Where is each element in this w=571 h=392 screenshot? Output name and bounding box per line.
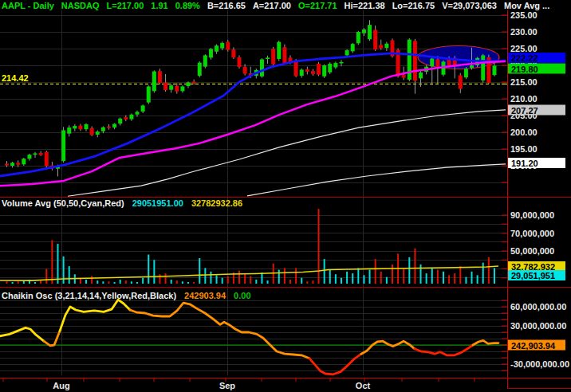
volume-bar <box>136 282 138 284</box>
volume-bar <box>329 270 331 284</box>
chaikin-title-field: 0.00 <box>234 291 250 300</box>
volume-bar <box>142 278 144 284</box>
candle-body <box>305 69 309 72</box>
alert-price-label: 214.42 <box>2 73 29 83</box>
chart-canvas[interactable]: 214.42235.00230.00225.00220.00215.00210.… <box>0 0 571 392</box>
volume-bar <box>459 266 461 284</box>
candle-body <box>90 128 94 135</box>
price-axis-label: 215.00 <box>510 77 538 87</box>
quote-field: AAPL - Daily <box>2 1 54 10</box>
volume-axis-label: 90,000,000 <box>510 210 554 220</box>
quote-field: V=29,073,063 <box>442 1 497 10</box>
candle-body <box>470 65 474 68</box>
candle-body <box>339 62 343 64</box>
candle-body <box>231 49 235 57</box>
volume-bar <box>187 282 189 284</box>
candle-body <box>203 55 207 66</box>
volume-bar <box>494 268 495 284</box>
volume-bar <box>34 282 36 284</box>
volume-bar <box>57 244 58 284</box>
candle-body <box>101 127 105 131</box>
volume-bar <box>357 268 359 284</box>
candle-body <box>294 61 298 76</box>
candle-body <box>402 75 406 77</box>
candle-body <box>379 45 383 48</box>
volume-bar <box>216 275 218 284</box>
candle-body <box>419 73 423 79</box>
candle-body <box>481 55 485 80</box>
volume-panel-title: Volume Avg (50,50,Cyan,Red)29051951.0032… <box>2 198 250 208</box>
volume-bar <box>108 281 109 284</box>
candle-body <box>163 82 167 90</box>
candle-body <box>384 44 388 48</box>
chaikin-title-field: Chaikin Osc (3,21,14,14,Yellow,Red,Black… <box>2 291 176 300</box>
quote-field: Mov Avg ... <box>504 1 549 10</box>
candle-body <box>198 63 202 76</box>
candle-body <box>45 152 49 167</box>
candle-body <box>209 49 213 57</box>
volume-axis-label: 50,000,000 <box>510 246 554 256</box>
candle-body <box>464 69 468 77</box>
volume-bar <box>250 276 251 284</box>
volume-bar <box>408 257 410 284</box>
candle-body <box>322 65 326 76</box>
volume-bar <box>159 274 160 284</box>
volume-bar <box>176 280 178 284</box>
candle-body <box>243 67 247 74</box>
volume-bar <box>63 257 65 284</box>
candle-body <box>27 155 31 159</box>
volume-title-field: 29051951.00 <box>132 198 183 208</box>
chaikin-oscillator-line <box>0 327 44 341</box>
price-axis-label: 235.00 <box>510 10 538 20</box>
candle-body <box>408 40 412 80</box>
quote-field: O=217.71 <box>298 1 337 10</box>
volume-bar <box>318 209 320 284</box>
candle-body <box>351 44 355 51</box>
candle-body <box>271 49 275 64</box>
candle-body <box>430 59 434 67</box>
volume-bar <box>471 272 473 284</box>
volume-bar <box>51 241 53 284</box>
volume-title-field: Volume Avg (50,50,Cyan,Red) <box>2 198 124 208</box>
volume-bar <box>295 268 297 284</box>
volume-bar <box>437 270 439 284</box>
volume-bar <box>488 257 490 284</box>
volume-bar <box>6 281 8 284</box>
candle-body <box>373 29 377 49</box>
volume-badge-value: 29,051,951 <box>511 271 555 280</box>
volume-bar <box>482 263 484 284</box>
candle-body <box>187 82 191 86</box>
candle-body <box>413 41 417 80</box>
candle-body <box>124 117 128 120</box>
candle-body <box>317 64 321 75</box>
candle-body <box>175 86 179 92</box>
price-axis-label: 210.00 <box>510 94 538 104</box>
volume-bar <box>431 268 433 284</box>
quote-field: L=217.00 <box>106 1 144 10</box>
candle-body <box>67 127 71 134</box>
price-badge-value: 219.80 <box>511 65 538 74</box>
chaikin-axis-label: 30,000,000.00 <box>510 321 566 331</box>
volume-bar <box>420 265 422 284</box>
volume-bar <box>91 276 93 284</box>
candle-body <box>73 126 77 128</box>
chaikin-axis-label: 60,000,000.00 <box>510 302 566 312</box>
quote-header: AAPL - DailyNASDAQL=217.001.910.89%B=216… <box>2 1 557 11</box>
quote-field: 0.89% <box>175 1 200 10</box>
price-badge-value: 222.22 <box>511 53 538 63</box>
candle-body <box>226 42 230 50</box>
chaikin-axis-label: -30,000,000.00 <box>510 359 569 369</box>
volume-bar <box>324 259 325 284</box>
volume-bar <box>96 280 98 284</box>
volume-bar <box>477 275 478 284</box>
volume-bar <box>102 281 104 284</box>
candle-body <box>311 71 315 74</box>
volume-bar <box>45 269 47 284</box>
quote-field: 1.91 <box>151 1 167 10</box>
candle-body <box>152 72 156 92</box>
candle-body <box>141 105 145 112</box>
candle-body <box>112 124 116 128</box>
volume-bar <box>120 280 121 284</box>
candle-body <box>118 119 122 123</box>
candle-body <box>39 153 43 155</box>
